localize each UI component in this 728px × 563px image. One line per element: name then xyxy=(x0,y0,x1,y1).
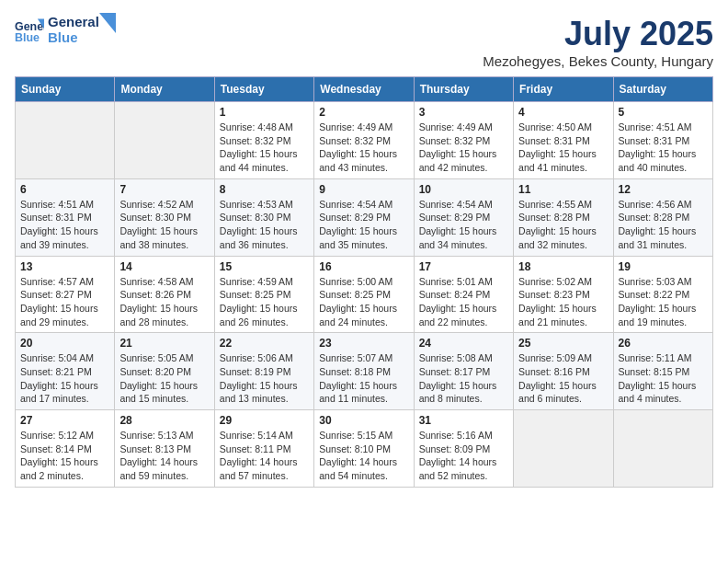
calendar-cell: 10Sunrise: 4:54 AM Sunset: 8:29 PM Dayli… xyxy=(414,178,513,256)
day-number: 2 xyxy=(319,106,408,119)
weekday-header-sunday: Sunday xyxy=(16,77,115,102)
day-info: Sunrise: 5:09 AM Sunset: 8:16 PM Dayligh… xyxy=(518,351,608,406)
day-number: 12 xyxy=(619,183,708,196)
day-number: 18 xyxy=(518,260,608,273)
calendar-cell: 16Sunrise: 5:00 AM Sunset: 8:25 PM Dayli… xyxy=(314,256,414,333)
weekday-header-saturday: Saturday xyxy=(613,77,712,102)
calendar-cell: 29Sunrise: 5:14 AM Sunset: 8:11 PM Dayli… xyxy=(214,410,313,488)
calendar-cell: 4Sunrise: 4:50 AM Sunset: 8:31 PM Daylig… xyxy=(514,102,613,179)
day-info: Sunrise: 5:02 AM Sunset: 8:23 PM Dayligh… xyxy=(518,275,608,329)
calendar-week-row: 6Sunrise: 4:51 AM Sunset: 8:31 PM Daylig… xyxy=(16,178,713,256)
calendar-cell: 31Sunrise: 5:16 AM Sunset: 8:09 PM Dayli… xyxy=(414,410,513,488)
svg-text:Blue: Blue xyxy=(15,31,40,44)
calendar-cell: 7Sunrise: 4:52 AM Sunset: 8:30 PM Daylig… xyxy=(115,178,214,256)
calendar-cell: 2Sunrise: 4:49 AM Sunset: 8:32 PM Daylig… xyxy=(314,102,414,179)
weekday-header-friday: Friday xyxy=(514,77,613,102)
weekday-header-wednesday: Wednesday xyxy=(314,77,414,102)
day-info: Sunrise: 5:15 AM Sunset: 8:10 PM Dayligh… xyxy=(319,429,408,483)
calendar-cell: 19Sunrise: 5:03 AM Sunset: 8:22 PM Dayli… xyxy=(613,256,712,333)
calendar-cell: 6Sunrise: 4:51 AM Sunset: 8:31 PM Daylig… xyxy=(16,178,115,256)
calendar-cell: 12Sunrise: 4:56 AM Sunset: 8:28 PM Dayli… xyxy=(613,178,712,256)
calendar-cell: 26Sunrise: 5:11 AM Sunset: 8:15 PM Dayli… xyxy=(613,333,712,410)
calendar-cell xyxy=(613,410,712,488)
calendar-cell: 27Sunrise: 5:12 AM Sunset: 8:14 PM Dayli… xyxy=(16,410,115,488)
day-number: 24 xyxy=(419,337,508,350)
calendar-cell: 28Sunrise: 5:13 AM Sunset: 8:13 PM Dayli… xyxy=(115,410,214,488)
calendar-cell: 15Sunrise: 4:59 AM Sunset: 8:25 PM Dayli… xyxy=(214,256,313,333)
day-info: Sunrise: 4:51 AM Sunset: 8:31 PM Dayligh… xyxy=(20,198,109,252)
day-info: Sunrise: 5:11 AM Sunset: 8:15 PM Dayligh… xyxy=(619,351,708,406)
day-info: Sunrise: 4:49 AM Sunset: 8:32 PM Dayligh… xyxy=(419,121,508,175)
calendar-week-row: 20Sunrise: 5:04 AM Sunset: 8:21 PM Dayli… xyxy=(16,333,713,410)
day-number: 22 xyxy=(220,337,309,350)
day-number: 31 xyxy=(419,414,508,427)
logo-triangle-icon xyxy=(99,13,116,40)
day-info: Sunrise: 5:07 AM Sunset: 8:18 PM Dayligh… xyxy=(319,351,408,406)
day-info: Sunrise: 5:16 AM Sunset: 8:09 PM Dayligh… xyxy=(419,429,508,483)
day-info: Sunrise: 5:05 AM Sunset: 8:20 PM Dayligh… xyxy=(119,351,209,406)
day-info: Sunrise: 5:08 AM Sunset: 8:17 PM Dayligh… xyxy=(419,351,508,406)
day-info: Sunrise: 4:53 AM Sunset: 8:30 PM Dayligh… xyxy=(220,198,309,252)
day-number: 7 xyxy=(119,183,209,196)
calendar-cell: 21Sunrise: 5:05 AM Sunset: 8:20 PM Dayli… xyxy=(115,333,214,410)
day-number: 30 xyxy=(319,414,408,427)
calendar-cell: 23Sunrise: 5:07 AM Sunset: 8:18 PM Dayli… xyxy=(314,333,414,410)
day-number: 17 xyxy=(419,260,508,273)
day-number: 1 xyxy=(220,106,309,119)
location: Mezohegyes, Bekes County, Hungary xyxy=(483,53,713,69)
day-number: 4 xyxy=(518,106,608,119)
day-info: Sunrise: 4:59 AM Sunset: 8:25 PM Dayligh… xyxy=(220,275,309,329)
day-info: Sunrise: 4:54 AM Sunset: 8:29 PM Dayligh… xyxy=(319,198,408,252)
calendar-cell: 11Sunrise: 4:55 AM Sunset: 8:28 PM Dayli… xyxy=(514,178,613,256)
day-info: Sunrise: 5:14 AM Sunset: 8:11 PM Dayligh… xyxy=(220,429,309,483)
day-info: Sunrise: 5:13 AM Sunset: 8:13 PM Dayligh… xyxy=(119,429,209,483)
weekday-header-monday: Monday xyxy=(115,77,214,102)
calendar-cell xyxy=(514,410,613,488)
logo-icon: General Blue xyxy=(15,16,44,45)
day-number: 5 xyxy=(619,106,708,119)
weekday-header-tuesday: Tuesday xyxy=(214,77,313,102)
day-info: Sunrise: 4:49 AM Sunset: 8:32 PM Dayligh… xyxy=(319,121,408,175)
day-info: Sunrise: 5:12 AM Sunset: 8:14 PM Dayligh… xyxy=(20,429,109,483)
calendar-cell: 20Sunrise: 5:04 AM Sunset: 8:21 PM Dayli… xyxy=(16,333,115,410)
day-info: Sunrise: 4:50 AM Sunset: 8:31 PM Dayligh… xyxy=(518,121,608,175)
day-info: Sunrise: 4:54 AM Sunset: 8:29 PM Dayligh… xyxy=(419,198,508,252)
day-number: 11 xyxy=(518,183,608,196)
svg-marker-3 xyxy=(99,13,116,33)
calendar-cell: 5Sunrise: 4:51 AM Sunset: 8:31 PM Daylig… xyxy=(613,102,712,179)
day-number: 6 xyxy=(20,183,109,196)
calendar-cell: 24Sunrise: 5:08 AM Sunset: 8:17 PM Dayli… xyxy=(414,333,513,410)
calendar-cell: 13Sunrise: 4:57 AM Sunset: 8:27 PM Dayli… xyxy=(16,256,115,333)
day-info: Sunrise: 5:00 AM Sunset: 8:25 PM Dayligh… xyxy=(319,275,408,329)
day-number: 27 xyxy=(20,414,109,427)
title-block: July 2025 Mezohegyes, Bekes County, Hung… xyxy=(483,15,713,69)
calendar-week-row: 1Sunrise: 4:48 AM Sunset: 8:32 PM Daylig… xyxy=(16,102,713,179)
calendar-table: SundayMondayTuesdayWednesdayThursdayFrid… xyxy=(15,76,713,488)
day-info: Sunrise: 4:51 AM Sunset: 8:31 PM Dayligh… xyxy=(619,121,708,175)
day-number: 28 xyxy=(119,414,209,427)
day-number: 21 xyxy=(119,337,209,350)
day-info: Sunrise: 5:06 AM Sunset: 8:19 PM Dayligh… xyxy=(220,351,309,406)
month-title: July 2025 xyxy=(483,15,713,53)
weekday-header-row: SundayMondayTuesdayWednesdayThursdayFrid… xyxy=(16,77,713,102)
day-number: 3 xyxy=(419,106,508,119)
day-number: 9 xyxy=(319,183,408,196)
calendar-cell: 17Sunrise: 5:01 AM Sunset: 8:24 PM Dayli… xyxy=(414,256,513,333)
calendar-cell: 25Sunrise: 5:09 AM Sunset: 8:16 PM Dayli… xyxy=(514,333,613,410)
calendar-cell: 9Sunrise: 4:54 AM Sunset: 8:29 PM Daylig… xyxy=(314,178,414,256)
day-info: Sunrise: 4:57 AM Sunset: 8:27 PM Dayligh… xyxy=(20,275,109,329)
day-info: Sunrise: 4:58 AM Sunset: 8:26 PM Dayligh… xyxy=(119,275,209,329)
calendar-week-row: 13Sunrise: 4:57 AM Sunset: 8:27 PM Dayli… xyxy=(16,256,713,333)
day-number: 8 xyxy=(220,183,309,196)
logo-blue: Blue xyxy=(48,30,99,46)
calendar-cell: 22Sunrise: 5:06 AM Sunset: 8:19 PM Dayli… xyxy=(214,333,313,410)
day-number: 25 xyxy=(518,337,608,350)
day-info: Sunrise: 5:04 AM Sunset: 8:21 PM Dayligh… xyxy=(20,351,109,406)
weekday-header-thursday: Thursday xyxy=(414,77,513,102)
logo: General Blue General Blue xyxy=(15,15,116,45)
calendar-cell xyxy=(16,102,115,179)
day-number: 26 xyxy=(619,337,708,350)
day-number: 14 xyxy=(119,260,209,273)
day-info: Sunrise: 4:48 AM Sunset: 8:32 PM Dayligh… xyxy=(220,121,309,175)
logo-general: General xyxy=(48,15,99,30)
